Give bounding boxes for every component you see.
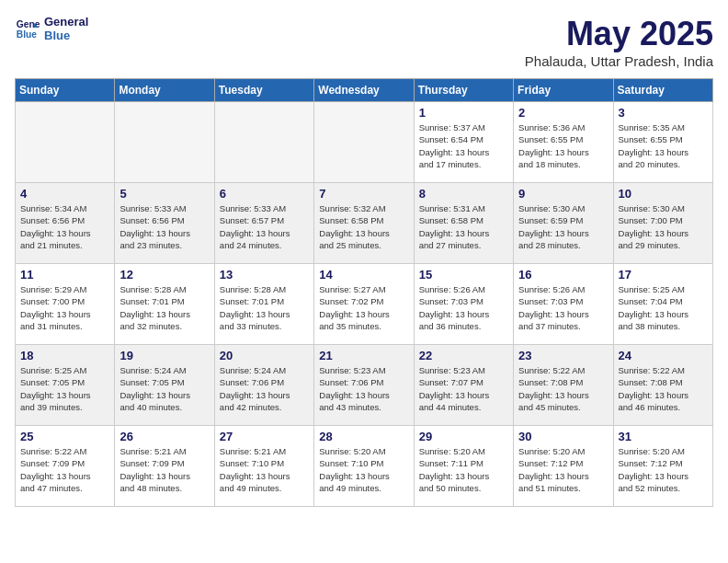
calendar-cell: 13Sunrise: 5:28 AM Sunset: 7:01 PM Dayli… (214, 264, 313, 345)
calendar-cell: 12Sunrise: 5:28 AM Sunset: 7:01 PM Dayli… (115, 264, 214, 345)
calendar-cell: 8Sunrise: 5:31 AM Sunset: 6:58 PM Daylig… (414, 183, 513, 264)
day-number: 25 (20, 430, 109, 443)
weekday-header-sunday: Sunday (16, 79, 115, 102)
calendar-cell: 27Sunrise: 5:21 AM Sunset: 7:10 PM Dayli… (214, 426, 313, 507)
calendar-cell: 20Sunrise: 5:24 AM Sunset: 7:06 PM Dayli… (214, 345, 313, 426)
calendar-table: SundayMondayTuesdayWednesdayThursdayFrid… (15, 78, 713, 507)
location-subtitle: Phalauda, Uttar Pradesh, India (525, 53, 713, 69)
calendar-cell: 19Sunrise: 5:24 AM Sunset: 7:05 PM Dayli… (115, 345, 214, 426)
calendar-cell: 28Sunrise: 5:20 AM Sunset: 7:10 PM Dayli… (314, 426, 414, 507)
calendar-cell: 11Sunrise: 5:29 AM Sunset: 7:00 PM Dayli… (16, 264, 115, 345)
month-year-title: May 2025 (525, 15, 713, 53)
day-number: 31 (619, 430, 708, 443)
day-detail: Sunrise: 5:24 AM Sunset: 7:05 PM Dayligh… (119, 364, 209, 413)
day-detail: Sunrise: 5:23 AM Sunset: 7:06 PM Dayligh… (319, 364, 408, 413)
day-detail: Sunrise: 5:37 AM Sunset: 6:54 PM Dayligh… (419, 121, 508, 170)
day-number: 27 (220, 430, 309, 443)
day-number: 13 (220, 268, 309, 282)
day-detail: Sunrise: 5:35 AM Sunset: 6:55 PM Dayligh… (619, 121, 708, 170)
day-detail: Sunrise: 5:20 AM Sunset: 7:11 PM Dayligh… (419, 445, 508, 494)
day-detail: Sunrise: 5:26 AM Sunset: 7:03 PM Dayligh… (419, 283, 508, 332)
day-detail: Sunrise: 5:21 AM Sunset: 7:09 PM Dayligh… (119, 445, 209, 494)
day-detail: Sunrise: 5:29 AM Sunset: 7:00 PM Dayligh… (20, 283, 109, 332)
day-detail: Sunrise: 5:22 AM Sunset: 7:08 PM Dayligh… (619, 364, 708, 413)
day-detail: Sunrise: 5:27 AM Sunset: 7:02 PM Dayligh… (319, 283, 408, 332)
day-detail: Sunrise: 5:21 AM Sunset: 7:10 PM Dayligh… (220, 445, 309, 494)
calendar-cell: 31Sunrise: 5:20 AM Sunset: 7:12 PM Dayli… (613, 426, 712, 507)
logo-icon: General Blue (15, 16, 40, 41)
day-number: 12 (119, 268, 209, 282)
calendar-cell: 23Sunrise: 5:22 AM Sunset: 7:08 PM Dayli… (514, 345, 613, 426)
calendar-cell: 3Sunrise: 5:35 AM Sunset: 6:55 PM Daylig… (613, 102, 712, 183)
day-number: 9 (518, 187, 608, 201)
logo-line1: General (44, 15, 88, 29)
page-header: General Blue General Blue May 2025 Phala… (15, 15, 713, 69)
calendar-week-row: 18Sunrise: 5:25 AM Sunset: 7:05 PM Dayli… (16, 345, 713, 426)
day-number: 23 (518, 349, 608, 362)
day-detail: Sunrise: 5:30 AM Sunset: 7:00 PM Dayligh… (619, 202, 708, 251)
weekday-header-row: SundayMondayTuesdayWednesdayThursdayFrid… (16, 79, 713, 102)
calendar-cell (314, 102, 414, 183)
calendar-cell (214, 102, 313, 183)
day-number: 16 (518, 268, 608, 282)
calendar-cell (16, 102, 115, 183)
day-number: 18 (20, 349, 109, 362)
calendar-cell: 6Sunrise: 5:33 AM Sunset: 6:57 PM Daylig… (214, 183, 313, 264)
day-number: 4 (20, 187, 109, 201)
day-detail: Sunrise: 5:33 AM Sunset: 6:57 PM Dayligh… (220, 202, 309, 251)
day-number: 24 (619, 349, 708, 362)
day-number: 2 (518, 106, 608, 120)
calendar-week-row: 11Sunrise: 5:29 AM Sunset: 7:00 PM Dayli… (16, 264, 713, 345)
calendar-cell: 14Sunrise: 5:27 AM Sunset: 7:02 PM Dayli… (314, 264, 414, 345)
calendar-cell: 5Sunrise: 5:33 AM Sunset: 6:56 PM Daylig… (115, 183, 214, 264)
weekday-header-friday: Friday (514, 79, 613, 102)
day-number: 3 (619, 106, 708, 120)
weekday-header-saturday: Saturday (613, 79, 712, 102)
calendar-cell: 16Sunrise: 5:26 AM Sunset: 7:03 PM Dayli… (514, 264, 613, 345)
calendar-cell: 25Sunrise: 5:22 AM Sunset: 7:09 PM Dayli… (16, 426, 115, 507)
calendar-cell: 22Sunrise: 5:23 AM Sunset: 7:07 PM Dayli… (414, 345, 513, 426)
day-detail: Sunrise: 5:36 AM Sunset: 6:55 PM Dayligh… (518, 121, 608, 170)
calendar-cell: 17Sunrise: 5:25 AM Sunset: 7:04 PM Dayli… (613, 264, 712, 345)
day-number: 21 (319, 349, 408, 362)
calendar-week-row: 25Sunrise: 5:22 AM Sunset: 7:09 PM Dayli… (16, 426, 713, 507)
logo: General Blue General Blue (15, 15, 88, 42)
day-number: 7 (319, 187, 408, 201)
calendar-cell: 10Sunrise: 5:30 AM Sunset: 7:00 PM Dayli… (613, 183, 712, 264)
day-detail: Sunrise: 5:34 AM Sunset: 6:56 PM Dayligh… (20, 202, 109, 251)
day-number: 14 (319, 268, 408, 282)
day-number: 10 (619, 187, 708, 201)
calendar-week-row: 4Sunrise: 5:34 AM Sunset: 6:56 PM Daylig… (16, 183, 713, 264)
day-detail: Sunrise: 5:22 AM Sunset: 7:08 PM Dayligh… (518, 364, 608, 413)
day-detail: Sunrise: 5:25 AM Sunset: 7:04 PM Dayligh… (619, 283, 708, 332)
day-detail: Sunrise: 5:20 AM Sunset: 7:12 PM Dayligh… (619, 445, 708, 494)
day-detail: Sunrise: 5:20 AM Sunset: 7:12 PM Dayligh… (518, 445, 608, 494)
calendar-cell (115, 102, 214, 183)
day-number: 6 (220, 187, 309, 201)
calendar-cell: 4Sunrise: 5:34 AM Sunset: 6:56 PM Daylig… (16, 183, 115, 264)
calendar-cell: 15Sunrise: 5:26 AM Sunset: 7:03 PM Dayli… (414, 264, 513, 345)
day-detail: Sunrise: 5:33 AM Sunset: 6:56 PM Dayligh… (119, 202, 209, 251)
day-detail: Sunrise: 5:26 AM Sunset: 7:03 PM Dayligh… (518, 283, 608, 332)
weekday-header-tuesday: Tuesday (214, 79, 313, 102)
day-number: 26 (119, 430, 209, 443)
day-number: 8 (419, 187, 508, 201)
weekday-header-monday: Monday (115, 79, 214, 102)
day-number: 1 (419, 106, 508, 120)
calendar-cell: 26Sunrise: 5:21 AM Sunset: 7:09 PM Dayli… (115, 426, 214, 507)
day-number: 22 (419, 349, 508, 362)
day-number: 17 (619, 268, 708, 282)
day-detail: Sunrise: 5:24 AM Sunset: 7:06 PM Dayligh… (220, 364, 309, 413)
day-detail: Sunrise: 5:32 AM Sunset: 6:58 PM Dayligh… (319, 202, 408, 251)
weekday-header-wednesday: Wednesday (314, 79, 414, 102)
day-detail: Sunrise: 5:28 AM Sunset: 7:01 PM Dayligh… (220, 283, 309, 332)
title-block: May 2025 Phalauda, Uttar Pradesh, India (525, 15, 713, 69)
day-number: 29 (419, 430, 508, 443)
day-detail: Sunrise: 5:30 AM Sunset: 6:59 PM Dayligh… (518, 202, 608, 251)
logo-line2: Blue (44, 29, 88, 42)
calendar-cell: 24Sunrise: 5:22 AM Sunset: 7:08 PM Dayli… (613, 345, 712, 426)
calendar-cell: 29Sunrise: 5:20 AM Sunset: 7:11 PM Dayli… (414, 426, 513, 507)
day-detail: Sunrise: 5:25 AM Sunset: 7:05 PM Dayligh… (20, 364, 109, 413)
calendar-cell: 30Sunrise: 5:20 AM Sunset: 7:12 PM Dayli… (514, 426, 613, 507)
day-detail: Sunrise: 5:23 AM Sunset: 7:07 PM Dayligh… (419, 364, 508, 413)
